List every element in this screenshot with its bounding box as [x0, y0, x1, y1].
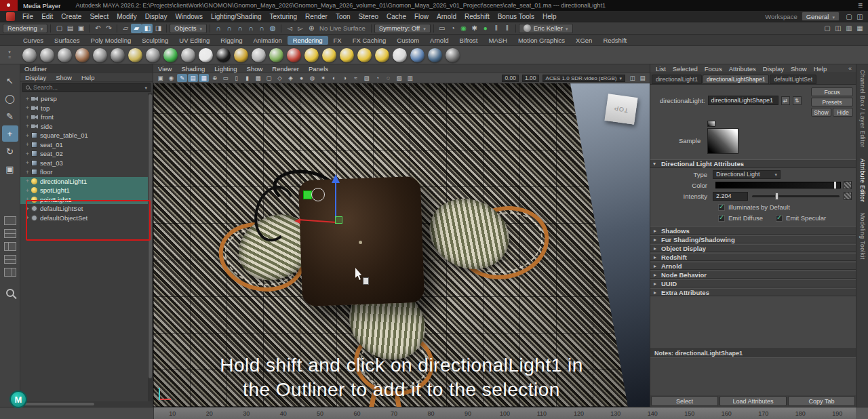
camera-bookmarks-icon[interactable]: ▤	[188, 74, 198, 82]
file-save-icon[interactable]: ▣	[75, 24, 86, 33]
menuset-dropdown[interactable]: Rendering	[3, 24, 47, 33]
output-connections-icon[interactable]: ▻	[295, 24, 306, 33]
shelf-tab[interactable]: Poly Modeling	[85, 36, 137, 45]
phong-shelf-icon[interactable]	[216, 48, 231, 62]
gold-material-shelf-icon[interactable]	[234, 48, 248, 62]
viewport-menu-item[interactable]: Shading	[176, 65, 210, 73]
emit-specular-checkbox[interactable]	[776, 215, 783, 222]
collapsed-section-header[interactable]: Shadows	[650, 226, 856, 235]
ae-node-tab[interactable]: directionalLightShape1	[703, 75, 769, 84]
symmetry-dropdown[interactable]: Symmetry: Off	[374, 24, 431, 33]
lasso-tool-icon[interactable]: ◯	[2, 90, 18, 106]
sidebar-vertical-tab[interactable]: Modeling Toolkit	[859, 213, 866, 260]
layout-hypershade-icon[interactable]	[4, 268, 16, 277]
sidebar-vertical-tab[interactable]: Attribute Editor	[859, 159, 866, 202]
hamburger-menu-icon[interactable]	[858, 1, 863, 10]
snap-to-curve-icon[interactable]: ∩	[224, 24, 235, 33]
sidebar-channel-box-icon[interactable]: ▦	[854, 24, 865, 33]
film-gate-icon[interactable]: ▭	[220, 74, 231, 82]
menu-item[interactable]: Bonus Tools	[494, 13, 538, 20]
shelf-options-icon[interactable]: ▾≡	[4, 49, 15, 60]
expander-icon[interactable]	[24, 123, 31, 129]
expander-icon[interactable]	[24, 214, 31, 221]
viewport-render-icon[interactable]: ●	[480, 24, 491, 33]
isolate-select-icon[interactable]: ◌	[383, 74, 393, 82]
selection-mask-dropdown[interactable]: Objects	[170, 24, 207, 33]
move-manipulator-x-arrowhead[interactable]	[294, 218, 300, 224]
lock-camera-icon[interactable]: ◉	[166, 74, 176, 82]
menu-item[interactable]: Display	[141, 13, 172, 20]
ae-menu-item[interactable]: Selected	[669, 65, 701, 73]
menu-item[interactable]: File	[18, 13, 37, 20]
collapsed-section-header[interactable]: UUID	[650, 279, 856, 287]
outliner-item[interactable]: side	[20, 122, 148, 132]
resolution-gate-icon[interactable]: ▯	[231, 74, 241, 82]
menu-item[interactable]: Redshift	[460, 13, 494, 20]
collapsed-section-header[interactable]: Node Behavior	[650, 271, 856, 279]
ae-footer-button[interactable]: Copy Tab	[788, 396, 855, 406]
scale-tool-icon[interactable]: ▣	[2, 161, 18, 177]
layout-single-pane-icon[interactable]	[4, 216, 16, 225]
shelf-tab[interactable]: XGen	[570, 36, 597, 45]
collapsed-section-header[interactable]: Extra Attributes	[650, 288, 856, 296]
multi-pane-icon[interactable]: ▤	[637, 74, 648, 82]
grease-pencil-icon[interactable]: ✎	[177, 74, 187, 82]
shelf-tab[interactable]: FX	[328, 36, 347, 45]
texture-map-button[interactable]	[844, 181, 852, 189]
area-light-shelf-icon[interactable]	[357, 48, 372, 62]
light-type-dropdown[interactable]: Directional Light	[713, 170, 781, 179]
undo-icon[interactable]: ↶	[92, 24, 103, 33]
ae-menu-item[interactable]: Display	[760, 65, 787, 73]
menu-item[interactable]: Texturing	[266, 13, 302, 20]
user-account-dropdown[interactable]: Eric Keller	[519, 24, 573, 33]
menu-item[interactable]: Select	[85, 13, 113, 20]
outliner-item[interactable]: persp	[20, 94, 148, 104]
sidebar-tool-settings-icon[interactable]: ▥	[844, 24, 854, 33]
shader-utility-shelf-icon[interactable]	[287, 48, 301, 62]
menu-item[interactable]: Windows	[171, 13, 207, 20]
motion-blur-icon[interactable]: ≈	[351, 74, 361, 82]
render-sequence-shelf-icon[interactable]	[75, 48, 90, 62]
collapsed-section-header[interactable]: Fur Shading/Shadowing	[650, 235, 856, 243]
shelf-tab[interactable]: Surfaces	[49, 36, 85, 45]
emit-diffuse-checkbox[interactable]	[718, 215, 725, 222]
camera-orientation-gizmo[interactable]: TOP	[604, 94, 637, 125]
ae-menu-item[interactable]: Focus	[701, 65, 726, 73]
outliner-menu-item[interactable]: Display	[20, 74, 51, 81]
colorspace-dropdown[interactable]: ACES 1.0 SDR-video (sRGB)	[542, 75, 625, 82]
collapsed-section-header[interactable]: Arnold	[650, 262, 856, 270]
viewport-menu-item[interactable]: View	[153, 65, 176, 73]
snap-to-view-plane-icon[interactable]: ∩	[256, 24, 267, 33]
spot-light-shelf-icon[interactable]	[340, 48, 354, 62]
outliner-item[interactable]: directionalLight1	[20, 177, 148, 186]
ae-menu-item[interactable]: List	[652, 65, 669, 73]
outliner-item[interactable]: spotLight1	[20, 186, 148, 195]
outliner-item[interactable]: seat_01	[20, 140, 148, 150]
shelf-tab[interactable]: Rendering	[288, 36, 328, 45]
menu-item[interactable]: Lighting/Shading	[207, 13, 266, 20]
scrollbar-thumb[interactable]	[22, 403, 94, 405]
ae-footer-button[interactable]: Load Attributes	[719, 396, 787, 406]
wireframe-icon[interactable]: ◈	[285, 74, 296, 82]
ipr-render-shelf-icon[interactable]	[58, 48, 72, 62]
gamma-field[interactable]: 1.00	[522, 75, 539, 82]
shelf-tab[interactable]: Redshift	[597, 36, 632, 45]
shelf-tab[interactable]: MASH	[483, 36, 512, 45]
sidebar-attribute-editor-icon[interactable]: ◫	[833, 24, 844, 33]
menu-item[interactable]: Modify	[113, 13, 140, 20]
textured-icon[interactable]: ◍	[307, 74, 317, 82]
outliner-menu-item[interactable]: Help	[77, 74, 100, 81]
select-camera-icon[interactable]: ▣	[155, 74, 165, 82]
outliner-vertical-scrollbar[interactable]	[148, 93, 153, 401]
expander-icon[interactable]	[24, 151, 31, 157]
move-manipulator-ring[interactable]	[311, 188, 325, 201]
outliner-item[interactable]: seat_02	[20, 149, 148, 159]
outliner-item[interactable]: square_table_01	[20, 131, 148, 140]
multisample-icon[interactable]: ▨	[361, 74, 372, 82]
shading-group-shelf-icon[interactable]	[446, 48, 460, 62]
presets-button[interactable]: Presets	[811, 98, 853, 106]
scrollbar-thumb[interactable]	[149, 94, 152, 378]
viewport-menu-item[interactable]: Panels	[304, 65, 333, 73]
texture-map-button[interactable]	[844, 192, 852, 200]
ae-menu-item[interactable]: Attributes	[726, 65, 760, 73]
